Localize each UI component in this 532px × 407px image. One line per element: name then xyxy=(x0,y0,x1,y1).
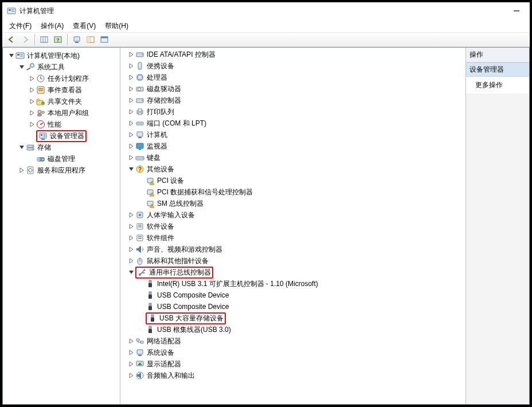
expand-toggle[interactable] xyxy=(127,360,135,368)
content-area: 计算机管理(本地) 系统工具 任务计划程序 事件查看器 xyxy=(2,47,530,405)
toolbar-back[interactable] xyxy=(5,33,18,46)
expand-toggle[interactable] xyxy=(127,62,135,70)
network-icon xyxy=(135,336,144,346)
title-bar[interactable]: 计算机管理 xyxy=(2,2,530,19)
usb-device-icon xyxy=(146,291,155,300)
nav-disk-management[interactable]: 磁盘管理 xyxy=(26,153,120,165)
cat-software-devices[interactable]: 软件设备 xyxy=(125,221,466,232)
expand-toggle[interactable] xyxy=(127,154,135,162)
cat-network[interactable]: 网络适配器 xyxy=(125,335,466,347)
toolbar-columns[interactable] xyxy=(37,33,51,46)
expand-toggle[interactable] xyxy=(18,63,26,71)
nav-root[interactable]: 计算机管理(本地) xyxy=(5,50,120,61)
dev-pci[interactable]: PCI 设备 xyxy=(135,175,466,186)
dev-usb-composite-1[interactable]: USB Composite Device xyxy=(135,289,466,301)
cat-computers[interactable]: 计算机 xyxy=(125,129,466,140)
expand-toggle[interactable] xyxy=(127,349,135,357)
expand-toggle[interactable] xyxy=(127,108,135,116)
hid-icon xyxy=(135,210,144,220)
cat-software-components[interactable]: 软件组件 xyxy=(125,232,466,244)
menu-action[interactable]: 操作(A) xyxy=(36,20,68,32)
minimize-button[interactable] xyxy=(503,2,530,19)
dev-pci-sigproc[interactable]: PCI 数据捕获和信号处理控制器 xyxy=(135,186,466,198)
cat-disk-drives[interactable]: 磁盘驱动器 xyxy=(125,83,466,95)
expand-toggle[interactable] xyxy=(28,75,36,83)
actions-section-title[interactable]: 设备管理器 xyxy=(466,62,529,77)
toolbar-help[interactable] xyxy=(51,33,65,46)
expand-toggle[interactable] xyxy=(127,371,135,379)
cat-portable[interactable]: 便携设备 xyxy=(125,60,466,72)
software-component-icon xyxy=(135,233,144,242)
cat-print-queues[interactable]: 打印队列 xyxy=(125,106,466,118)
dev-usb-composite-2[interactable]: USB Composite Device xyxy=(135,301,466,312)
device-tree-pane[interactable]: IDE ATA/ATAPI 控制器 便携设备 处理器 磁盘驱动器 存储控制器 打… xyxy=(120,48,466,404)
toolbar-view-window[interactable] xyxy=(97,33,111,46)
expand-toggle[interactable] xyxy=(127,131,135,139)
menu-help[interactable]: 帮助(H) xyxy=(100,20,133,32)
cat-keyboards[interactable]: 键盘 xyxy=(125,152,466,163)
nav-performance[interactable]: 性能 xyxy=(26,119,120,130)
expand-toggle[interactable] xyxy=(7,52,15,60)
cat-storage-controllers[interactable]: 存储控制器 xyxy=(125,95,466,106)
cat-hid[interactable]: 人体学输入设备 xyxy=(125,209,466,221)
expand-toggle[interactable] xyxy=(28,86,36,94)
expand-toggle[interactable] xyxy=(127,234,135,242)
dev-usb-mass-storage[interactable]: USB 大容量存储设备 xyxy=(135,312,466,324)
audio-io-icon xyxy=(135,371,144,380)
nav-system-tools[interactable]: 系统工具 xyxy=(15,61,120,73)
cat-other-devices[interactable]: 其他设备 xyxy=(125,163,466,175)
dev-smbus[interactable]: SM 总线控制器 xyxy=(135,198,466,209)
nav-storage[interactable]: 存储 xyxy=(15,142,120,153)
other-devices-icon xyxy=(135,165,144,174)
window-title: 计算机管理 xyxy=(19,6,54,16)
expand-toggle[interactable] xyxy=(127,119,135,127)
nav-task-scheduler[interactable]: 任务计划程序 xyxy=(26,73,120,84)
nav-services-apps[interactable]: 服务和应用程序 xyxy=(15,165,120,176)
expand-toggle[interactable] xyxy=(127,257,135,265)
expand-toggle[interactable] xyxy=(127,142,135,150)
menu-file[interactable]: 文件(F) xyxy=(5,20,36,32)
cat-ports[interactable]: 端口 (COM 和 LPT) xyxy=(125,118,466,129)
expand-toggle[interactable] xyxy=(127,268,135,276)
menu-bar: 文件(F) 操作(A) 查看(V) 帮助(H) xyxy=(2,19,530,32)
expand-toggle[interactable] xyxy=(28,97,36,105)
portable-icon xyxy=(135,61,144,71)
expand-toggle[interactable] xyxy=(127,337,135,345)
cat-processors[interactable]: 处理器 xyxy=(125,72,466,83)
nav-device-manager[interactable]: 设备管理器 xyxy=(26,130,120,142)
expand-toggle[interactable] xyxy=(18,143,26,151)
expand-toggle[interactable] xyxy=(127,245,135,253)
cat-system-devices[interactable]: 系统设备 xyxy=(125,347,466,358)
dev-usb-root-hub[interactable]: USB 根集线器(USB 3.0) xyxy=(135,324,466,335)
expand-toggle[interactable] xyxy=(127,85,135,93)
cat-usb-controllers[interactable]: 通用串行总线控制器 xyxy=(125,267,466,278)
nav-event-viewer[interactable]: 事件查看器 xyxy=(26,84,120,96)
nav-local-users[interactable]: 本地用户和组 xyxy=(26,107,120,119)
cat-sound[interactable]: 声音、视频和游戏控制器 xyxy=(125,244,466,255)
toolbar-view-computer[interactable] xyxy=(70,33,84,46)
usb-device-icon xyxy=(148,314,157,323)
expand-toggle[interactable] xyxy=(127,73,135,81)
expand-toggle[interactable] xyxy=(127,96,135,104)
menu-view[interactable]: 查看(V) xyxy=(68,20,100,32)
cat-monitors[interactable]: 监视器 xyxy=(125,140,466,152)
expand-toggle[interactable] xyxy=(127,222,135,230)
cat-display-adapters[interactable]: 显示适配器 xyxy=(125,358,466,370)
cat-ide[interactable]: IDE ATA/ATAPI 控制器 xyxy=(125,49,466,60)
event-viewer-icon xyxy=(36,85,45,95)
expand-toggle[interactable] xyxy=(127,211,135,219)
expand-toggle[interactable] xyxy=(127,50,135,58)
ide-icon xyxy=(135,50,144,59)
nav-shared-folders[interactable]: 共享文件夹 xyxy=(26,96,120,107)
cat-audio-io[interactable]: 音频输入和输出 xyxy=(125,370,466,381)
actions-more[interactable]: 更多操作 xyxy=(466,77,529,93)
dev-usb-intel[interactable]: Intel(R) USB 3.1 可扩展主机控制器 - 1.10 (Micros… xyxy=(135,278,466,289)
expand-toggle[interactable] xyxy=(28,109,36,117)
toolbar-view-panes[interactable] xyxy=(84,33,97,46)
expand-toggle[interactable] xyxy=(28,120,36,128)
users-icon xyxy=(36,108,45,118)
expand-toggle[interactable] xyxy=(18,166,26,174)
expand-toggle[interactable] xyxy=(127,165,135,173)
navigation-pane[interactable]: 计算机管理(本地) 系统工具 任务计划程序 事件查看器 xyxy=(3,48,120,404)
cat-mice[interactable]: 鼠标和其他指针设备 xyxy=(125,255,466,267)
